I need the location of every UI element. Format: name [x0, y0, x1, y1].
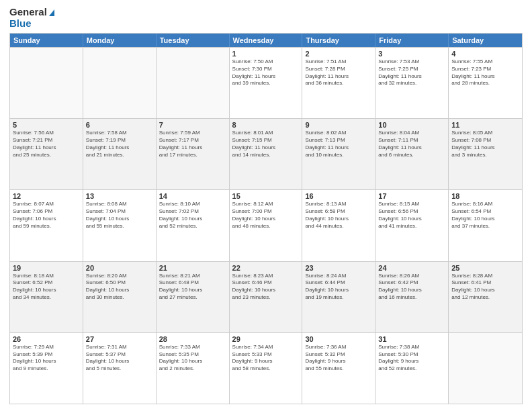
- day-number: 1: [232, 50, 300, 58]
- cell-info-line: Daylight: 10 hours: [451, 216, 519, 223]
- cell-info-line: Sunrise: 8:20 AM: [86, 273, 153, 280]
- cell-info-line: and 37 minutes.: [451, 223, 519, 230]
- day-cell-24: 24Sunrise: 8:26 AMSunset: 6:42 PMDayligh…: [375, 262, 449, 332]
- day-number: 5: [13, 121, 80, 129]
- day-cell-17: 17Sunrise: 8:15 AMSunset: 6:56 PMDayligh…: [375, 190, 449, 261]
- cell-info-line: Sunrise: 8:10 AM: [159, 201, 226, 208]
- cell-info-line: Sunset: 6:56 PM: [378, 208, 445, 216]
- cell-info-line: and 3 minutes.: [451, 152, 519, 159]
- day-cell-12: 12Sunrise: 8:07 AMSunset: 7:06 PMDayligh…: [10, 190, 83, 261]
- cell-info-line: and 12 minutes.: [451, 294, 519, 302]
- cell-info-line: Sunrise: 7:36 AM: [305, 344, 372, 351]
- day-number: 13: [86, 192, 153, 200]
- cell-info-line: Sunset: 6:46 PM: [232, 279, 300, 287]
- day-number: 31: [378, 335, 445, 343]
- cell-info-line: Sunset: 7:04 PM: [86, 208, 153, 216]
- cell-info-line: Sunrise: 7:31 AM: [86, 344, 153, 351]
- day-number: 4: [451, 50, 519, 58]
- cell-info-line: Sunset: 5:39 PM: [13, 351, 80, 359]
- day-cell-3: 3Sunrise: 7:53 AMSunset: 7:25 PMDaylight…: [375, 48, 449, 118]
- day-number: 15: [232, 192, 300, 200]
- cell-info-line: Sunset: 7:21 PM: [13, 137, 80, 144]
- cell-info-line: Daylight: 10 hours: [232, 216, 300, 223]
- cell-info-line: Sunset: 5:30 PM: [378, 351, 445, 359]
- day-cell-28: 28Sunrise: 7:33 AMSunset: 5:35 PMDayligh…: [157, 333, 230, 404]
- cell-info-line: and 25 minutes.: [13, 152, 80, 159]
- cell-info-line: Sunset: 7:30 PM: [232, 66, 300, 73]
- cell-info-line: Sunrise: 8:04 AM: [378, 130, 445, 137]
- cell-info-line: Sunset: 7:19 PM: [86, 137, 153, 144]
- day-cell-21: 21Sunrise: 8:21 AMSunset: 6:48 PMDayligh…: [157, 262, 230, 332]
- cell-info-line: Sunrise: 7:38 AM: [378, 344, 445, 351]
- day-number: 6: [86, 121, 153, 129]
- cell-info-line: Sunset: 6:48 PM: [159, 279, 226, 287]
- cell-info-line: Sunset: 6:50 PM: [86, 279, 153, 287]
- cell-info-line: Sunset: 6:58 PM: [305, 208, 372, 216]
- cell-info-line: Sunrise: 8:28 AM: [451, 273, 519, 280]
- cell-info-line: Sunset: 5:32 PM: [305, 351, 372, 359]
- header: General Blue: [9, 7, 523, 29]
- cell-info-line: and 34 minutes.: [13, 294, 80, 302]
- day-header-thursday: Thursday: [302, 34, 375, 47]
- day-number: 3: [378, 50, 445, 58]
- day-cell-11: 11Sunrise: 8:05 AMSunset: 7:08 PMDayligh…: [449, 119, 522, 189]
- cell-info-line: Daylight: 10 hours: [86, 358, 153, 365]
- cell-info-line: Sunrise: 8:02 AM: [305, 130, 372, 137]
- cell-info-line: Sunrise: 8:15 AM: [378, 201, 445, 208]
- day-number: 17: [378, 192, 445, 200]
- cell-info-line: Daylight: 10 hours: [378, 287, 445, 294]
- cell-info-line: and 52 minutes.: [159, 223, 226, 230]
- cell-info-line: Sunset: 6:42 PM: [378, 279, 445, 287]
- cell-info-line: Daylight: 10 hours: [13, 216, 80, 223]
- day-cell-13: 13Sunrise: 8:08 AMSunset: 7:04 PMDayligh…: [83, 190, 157, 261]
- cell-info-line: and 28 minutes.: [451, 80, 519, 87]
- cell-info-line: Daylight: 10 hours: [305, 287, 372, 294]
- empty-cell: [449, 333, 522, 404]
- day-cell-15: 15Sunrise: 8:12 AMSunset: 7:00 PMDayligh…: [230, 190, 303, 261]
- day-cell-9: 9Sunrise: 8:02 AMSunset: 7:13 PMDaylight…: [302, 119, 375, 189]
- day-header-saturday: Saturday: [449, 34, 522, 47]
- empty-cell: [83, 48, 157, 118]
- cell-info-line: Sunset: 6:41 PM: [451, 279, 519, 287]
- cell-info-line: and 10 minutes.: [305, 152, 372, 159]
- cell-info-line: Sunrise: 8:23 AM: [232, 273, 300, 280]
- cell-info-line: Sunrise: 7:50 AM: [232, 58, 300, 66]
- day-cell-2: 2Sunrise: 7:51 AMSunset: 7:28 PMDaylight…: [302, 48, 375, 118]
- cell-info-line: Daylight: 11 hours: [13, 144, 80, 152]
- cell-info-line: Sunset: 7:13 PM: [305, 137, 372, 144]
- cell-info-line: Daylight: 10 hours: [86, 287, 153, 294]
- cell-info-line: Sunrise: 7:29 AM: [13, 344, 80, 351]
- day-number: 16: [305, 192, 372, 200]
- cell-info-line: and 41 minutes.: [378, 223, 445, 230]
- day-header-friday: Friday: [375, 34, 449, 47]
- day-cell-26: 26Sunrise: 7:29 AMSunset: 5:39 PMDayligh…: [10, 333, 83, 404]
- cell-info-line: Sunrise: 8:16 AM: [451, 201, 519, 208]
- cell-info-line: Sunrise: 7:51 AM: [305, 58, 372, 66]
- empty-cell: [157, 48, 230, 118]
- cell-info-line: and 5 minutes.: [86, 365, 153, 373]
- cell-info-line: and 9 minutes.: [13, 365, 80, 373]
- cell-info-line: Daylight: 9 hours: [378, 358, 445, 365]
- cell-info-line: Daylight: 9 hours: [305, 358, 372, 365]
- day-cell-29: 29Sunrise: 7:34 AMSunset: 5:33 PMDayligh…: [230, 333, 303, 404]
- cell-info-line: Daylight: 10 hours: [13, 358, 80, 365]
- cell-info-line: Sunrise: 8:01 AM: [232, 130, 300, 137]
- day-header-monday: Monday: [83, 34, 157, 47]
- cell-info-line: Sunrise: 7:33 AM: [159, 344, 226, 351]
- day-cell-31: 31Sunrise: 7:38 AMSunset: 5:30 PMDayligh…: [375, 333, 449, 404]
- day-cell-16: 16Sunrise: 8:13 AMSunset: 6:58 PMDayligh…: [302, 190, 375, 261]
- cell-info-line: Sunset: 7:11 PM: [378, 137, 445, 144]
- cell-info-line: Sunset: 7:23 PM: [451, 66, 519, 73]
- cell-info-line: Sunrise: 8:12 AM: [232, 201, 300, 208]
- cell-info-line: and 2 minutes.: [159, 365, 226, 373]
- cell-info-line: and 55 minutes.: [305, 365, 372, 373]
- cell-info-line: Daylight: 11 hours: [378, 144, 445, 152]
- cell-info-line: Sunrise: 7:58 AM: [86, 130, 153, 137]
- cell-info-line: Daylight: 11 hours: [378, 73, 445, 81]
- cell-info-line: Daylight: 10 hours: [159, 358, 226, 365]
- cell-info-line: and 59 minutes.: [13, 223, 80, 230]
- day-number: 28: [159, 335, 226, 343]
- cell-info-line: Daylight: 10 hours: [451, 287, 519, 294]
- day-number: 9: [305, 121, 372, 129]
- cell-info-line: Sunrise: 7:34 AM: [232, 344, 300, 351]
